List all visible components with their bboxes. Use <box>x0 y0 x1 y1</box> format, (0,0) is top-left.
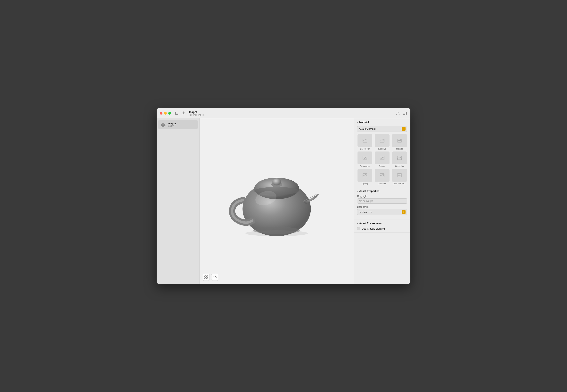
sidebar-item-name: teapot <box>168 122 176 125</box>
svg-rect-2 <box>176 113 178 113</box>
export-icon[interactable] <box>181 111 186 116</box>
sidebar-toggle-icon[interactable] <box>174 111 179 116</box>
ar-view-button[interactable] <box>203 274 210 281</box>
base-units-value: centimeters <box>359 211 402 214</box>
texture-roughness: Roughness <box>357 152 373 167</box>
right-panel: ▾ Material defaultMaterial ⇅ <box>354 118 411 284</box>
close-button[interactable] <box>160 112 162 115</box>
material-title: Material <box>359 121 369 124</box>
svg-point-35 <box>400 157 401 157</box>
svg-point-37 <box>366 174 366 175</box>
titlebar-left-icons <box>174 111 186 116</box>
texture-label-roughness: Roughness <box>360 165 370 167</box>
minimize-button[interactable] <box>164 112 167 115</box>
texture-emissive: Emissive <box>374 134 390 150</box>
texture-label-clearcoat: Clearcoat <box>378 182 386 185</box>
maximize-button[interactable] <box>168 112 171 115</box>
svg-point-19 <box>245 230 308 236</box>
share-icon[interactable] <box>396 111 400 116</box>
texture-label-emissive: Emissive <box>378 148 386 150</box>
asset-environment-chevron-icon: ▾ <box>357 222 358 224</box>
classic-lighting-row: Use Classic Lighting <box>357 227 407 230</box>
sidebar-item-info: teapot 65 KB <box>168 122 176 127</box>
texture-label-clearcoat-roughness: Clearcoat Ro... <box>393 182 406 185</box>
texture-slot-normal[interactable] <box>375 152 390 164</box>
titlebar: teapot Imported Object <box>156 108 411 118</box>
svg-rect-0 <box>175 112 176 115</box>
svg-rect-3 <box>176 114 178 115</box>
file-type: Imported Object <box>189 114 204 116</box>
texture-label-occlusion: Occlusion <box>395 165 404 167</box>
base-units-selector[interactable]: centimeters ⇅ <box>357 209 407 215</box>
texture-clearcoat-roughness: Clearcoat Ro... <box>392 169 407 185</box>
svg-rect-7 <box>403 114 405 115</box>
svg-point-25 <box>366 140 366 140</box>
svg-point-16 <box>272 178 281 185</box>
base-units-stepper-icon[interactable]: ⇅ <box>402 210 406 214</box>
svg-point-27 <box>383 140 383 140</box>
copyright-input[interactable]: No copyright <box>357 198 407 204</box>
texture-clearcoat: Clearcoat <box>374 169 390 185</box>
texture-occlusion: Occlusion <box>392 152 407 167</box>
texture-base-color: Base Color <box>357 134 373 150</box>
classic-lighting-checkbox[interactable] <box>357 227 360 230</box>
base-units-label: Base Units <box>357 206 407 208</box>
sidebar: teapot 65 KB <box>156 118 199 284</box>
cloud-button[interactable] <box>211 274 218 281</box>
texture-opacity: Opacity <box>357 169 373 185</box>
asset-environment-header: ▾ Asset Environment <box>357 222 407 225</box>
texture-slot-roughness[interactable] <box>357 152 372 164</box>
svg-rect-6 <box>403 113 405 113</box>
texture-label-metallic: Metallic <box>396 148 403 150</box>
teapot-icon <box>160 121 166 128</box>
texture-label-normal: Normal <box>379 165 385 167</box>
classic-lighting-label: Use Classic Lighting <box>362 227 385 230</box>
svg-point-10 <box>163 123 163 124</box>
svg-rect-20 <box>205 276 206 277</box>
svg-rect-21 <box>207 276 208 277</box>
asset-properties-chevron-icon: ▾ <box>357 190 358 192</box>
panel-toggle-icon[interactable] <box>403 111 407 116</box>
texture-grid: Base Color Emissive <box>357 134 407 185</box>
svg-point-39 <box>383 174 383 175</box>
svg-rect-23 <box>207 278 208 279</box>
material-name: defaultMaterial <box>359 127 402 130</box>
svg-point-33 <box>383 157 383 157</box>
texture-normal: Normal <box>374 152 390 167</box>
texture-slot-clearcoat-roughness[interactable] <box>392 169 407 182</box>
texture-slot-emissive[interactable] <box>375 134 390 147</box>
asset-environment-title: Asset Environment <box>359 222 382 225</box>
file-name: teapot <box>189 111 204 114</box>
texture-slot-opacity[interactable] <box>357 169 372 182</box>
teapot-3d-view <box>228 162 326 240</box>
svg-rect-1 <box>176 112 178 112</box>
svg-rect-22 <box>205 278 206 279</box>
viewport <box>199 118 354 284</box>
sidebar-item-size: 65 KB <box>168 125 176 127</box>
texture-slot-base-color[interactable] <box>357 134 372 147</box>
sidebar-item-teapot[interactable]: teapot 65 KB <box>158 120 198 129</box>
texture-slot-clearcoat[interactable] <box>375 169 390 182</box>
texture-slot-metallic[interactable] <box>392 134 407 147</box>
material-selector[interactable]: defaultMaterial ⇅ <box>357 126 407 132</box>
main-content: teapot 65 KB <box>156 118 411 284</box>
svg-point-41 <box>400 174 401 175</box>
svg-rect-4 <box>406 112 407 115</box>
copyright-label: Copyright <box>357 195 407 197</box>
titlebar-right-icons <box>396 111 407 116</box>
app-window: teapot Imported Object <box>156 108 411 284</box>
svg-point-31 <box>366 157 366 157</box>
traffic-lights <box>160 112 171 115</box>
titlebar-title: teapot Imported Object <box>189 111 204 116</box>
svg-point-29 <box>400 140 401 140</box>
texture-metallic: Metallic <box>392 134 407 150</box>
asset-properties-title: Asset Properties <box>359 190 379 193</box>
material-chevron-icon: ▾ <box>357 121 358 123</box>
texture-label-base-color: Base Color <box>360 148 369 150</box>
material-stepper-icon[interactable]: ⇅ <box>402 127 406 131</box>
material-section: ▾ Material defaultMaterial ⇅ <box>354 118 411 187</box>
asset-properties-header: ▾ Asset Properties <box>357 190 407 193</box>
viewport-controls <box>203 274 218 281</box>
texture-slot-occlusion[interactable] <box>392 152 407 164</box>
material-header: ▾ Material <box>357 121 407 124</box>
